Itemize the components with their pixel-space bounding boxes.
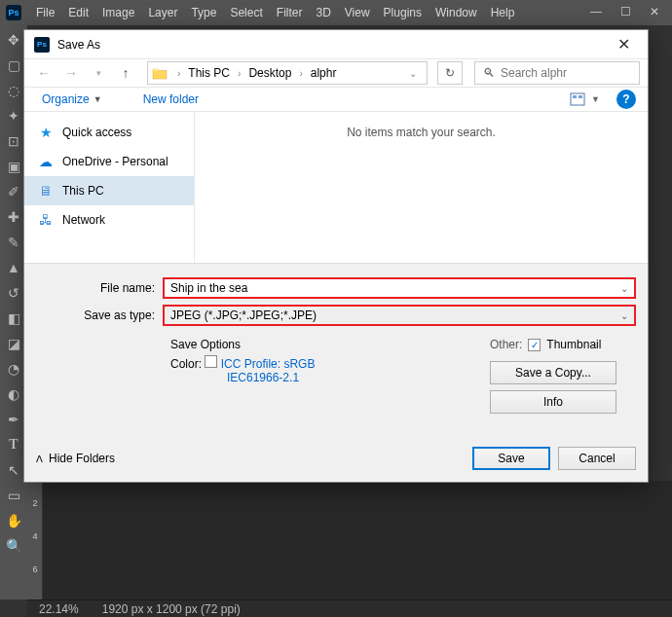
window-minimize[interactable]: — (582, 2, 610, 21)
menu-file[interactable]: File (29, 6, 61, 19)
tool-eyedropper[interactable]: ✐ (3, 181, 24, 202)
tool-blur[interactable]: ◔ (3, 358, 24, 380)
tool-heal[interactable]: ✚ (3, 206, 24, 228)
cloud-icon: ☁ (38, 154, 54, 169)
tool-crop[interactable]: ⊡ (3, 130, 24, 152)
svg-rect-0 (571, 93, 584, 105)
ruler-tick: 6 (27, 564, 43, 574)
info-button[interactable]: Info (490, 390, 616, 414)
sidebar-label: This PC (62, 184, 104, 198)
up-button[interactable]: ↑ (114, 61, 137, 85)
ps-logo: Ps (6, 5, 21, 20)
app-menubar: Ps File Edit Image Layer Type Select Fil… (0, 0, 672, 25)
dropdown-icon[interactable]: ⌄ (620, 283, 628, 294)
icc-profile-link[interactable]: ICC Profile: sRGB (221, 357, 316, 371)
organize-button[interactable]: Organize ▼ (36, 91, 108, 108)
tool-brush[interactable]: ✎ (3, 232, 24, 253)
dialog-toolbar: Organize ▼ New folder ▼ ? (24, 88, 648, 112)
window-maximize[interactable]: ☐ (612, 2, 639, 21)
breadcrumb-sep: › (295, 68, 306, 79)
cancel-button[interactable]: Cancel (558, 447, 636, 470)
save-button[interactable]: Save (472, 447, 550, 470)
dropdown-icon[interactable]: ⌄ (620, 310, 628, 321)
menu-help[interactable]: Help (484, 6, 522, 19)
status-zoom: 22.14% (39, 602, 79, 616)
color-label: Color: (170, 357, 202, 371)
menu-3d[interactable]: 3D (309, 6, 337, 19)
sidebar-item-thispc[interactable]: 🖥 This PC (24, 176, 194, 205)
menu-filter[interactable]: Filter (270, 6, 310, 19)
filename-input[interactable] (170, 281, 628, 295)
menu-layer[interactable]: Layer (141, 6, 184, 19)
breadcrumb-desktop[interactable]: Desktop (246, 66, 293, 80)
tool-stamp[interactable]: ▲ (3, 257, 24, 278)
tool-move[interactable]: ✥ (3, 29, 24, 51)
close-button[interactable]: ✕ (609, 30, 638, 59)
status-dimensions: 1920 px x 1200 px (72 ppi) (102, 602, 241, 616)
filename-field[interactable]: ⌄ (163, 277, 636, 299)
search-field[interactable]: 🔍︎ Search alphr (474, 61, 640, 85)
refresh-button[interactable]: ↻ (437, 61, 463, 85)
menu-edit[interactable]: Edit (61, 6, 95, 19)
icc-checkbox[interactable] (205, 355, 217, 368)
icc-profile-link2[interactable]: IEC61966-2.1 (227, 371, 299, 384)
forward-button[interactable]: → (59, 61, 83, 85)
menu-window[interactable]: Window (429, 6, 484, 19)
hide-folders-toggle[interactable]: ᐱ Hide Folders (36, 452, 115, 465)
dialog-titlebar: Ps Save As ✕ (24, 30, 648, 59)
view-icon (570, 92, 585, 106)
tool-lasso[interactable]: ◌ (3, 80, 24, 101)
menu-image[interactable]: Image (95, 6, 141, 19)
tool-gradient[interactable]: ◪ (3, 333, 24, 354)
menu-select[interactable]: Select (223, 6, 269, 19)
savetype-field[interactable]: JPEG (*.JPG;*.JPEG;*.JPE) ⌄ (163, 305, 636, 326)
tool-marquee[interactable]: ▢ (3, 54, 24, 76)
breadcrumb-alphr[interactable]: alphr (309, 66, 339, 80)
recent-dropdown[interactable]: ▾ (87, 61, 110, 85)
sidebar-label: OneDrive - Personal (62, 155, 168, 168)
breadcrumb-thispc[interactable]: This PC (186, 66, 232, 80)
menu-plugins[interactable]: Plugins (377, 6, 429, 19)
filename-label: File name: (36, 281, 163, 295)
save-as-dialog: Ps Save As ✕ ← → ▾ ↑ › This PC › Desktop… (23, 29, 649, 483)
window-close[interactable]: ✕ (641, 2, 668, 21)
tool-path[interactable]: ↖ (3, 459, 24, 481)
folder-icon (152, 66, 168, 80)
menu-type[interactable]: Type (184, 6, 223, 19)
back-button[interactable]: ← (32, 61, 56, 85)
sidebar-item-network[interactable]: 🖧 Network (24, 205, 194, 235)
tool-shape[interactable]: ▭ (3, 485, 24, 506)
tool-wand[interactable]: ✦ (3, 105, 24, 127)
save-copy-button[interactable]: Save a Copy... (490, 361, 616, 384)
breadcrumb-sep: › (234, 68, 244, 79)
tool-type[interactable]: T (3, 434, 24, 455)
dialog-footer: ᐱ Hide Folders Save Cancel (24, 437, 648, 482)
menu-view[interactable]: View (338, 6, 377, 19)
breadcrumb-dropdown[interactable]: ⌄ (403, 68, 423, 79)
chevron-up-icon: ᐱ (36, 454, 43, 464)
tool-pen[interactable]: ✒ (3, 409, 24, 430)
other-label: Other: (490, 338, 522, 351)
tool-hand[interactable]: ✋ (3, 510, 24, 531)
view-button[interactable] (564, 89, 591, 110)
view-dropdown[interactable]: ▼ (591, 94, 605, 104)
form-area: File name: ⌄ Save as type: JPEG (*.JPG;*… (24, 263, 648, 437)
sidebar-item-onedrive[interactable]: ☁ OneDrive - Personal (24, 147, 194, 176)
dialog-title: Save As (57, 38, 609, 52)
help-button[interactable]: ? (616, 90, 636, 109)
tool-dodge[interactable]: ◐ (3, 383, 24, 405)
thumbnail-checkbox[interactable]: ✓ (528, 339, 541, 351)
address-bar[interactable]: › This PC › Desktop › alphr ⌄ (147, 61, 428, 85)
status-bar: 22.14% 1920 px x 1200 px (72 ppi) (27, 599, 672, 617)
new-folder-button[interactable]: New folder (137, 91, 205, 108)
ruler-tick: 4 (27, 531, 43, 541)
document-area: 2 4 6 (27, 481, 672, 599)
savetype-label: Save as type: (36, 308, 163, 322)
tool-eraser[interactable]: ◧ (3, 308, 24, 329)
sidebar-label: Quick access (62, 126, 131, 139)
dialog-body: ★ Quick access ☁ OneDrive - Personal 🖥 T… (24, 112, 648, 263)
tool-zoom[interactable]: 🔍 (3, 535, 24, 557)
sidebar-item-quickaccess[interactable]: ★ Quick access (24, 118, 194, 147)
tool-history[interactable]: ↺ (3, 282, 24, 304)
tool-frame[interactable]: ▣ (3, 156, 24, 177)
